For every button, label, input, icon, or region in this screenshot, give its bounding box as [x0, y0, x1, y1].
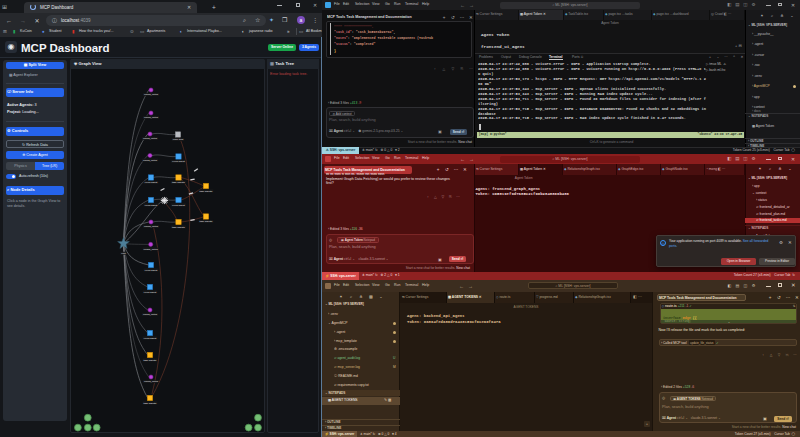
svg-text:config_notes: config_notes — [143, 313, 158, 316]
svg-text:config_notes: config_notes — [144, 380, 159, 383]
svg-text:MCP files: MCP files — [173, 138, 184, 141]
svg-text:config_notes: config_notes — [144, 93, 159, 96]
svg-text:config_notes: config_notes — [144, 225, 159, 228]
svg-text:config_notes: config_notes — [144, 116, 159, 119]
svg-text:root: root — [121, 252, 126, 255]
svg-text:f.end agent: f.end agent — [144, 337, 157, 340]
svg-text:config_notes: config_notes — [143, 137, 158, 140]
svg-text:f.end agent: f.end agent — [145, 269, 158, 272]
svg-text:task agent1: task agent1 — [172, 226, 186, 229]
svg-text:f.end agent: f.end agent — [145, 181, 158, 184]
svg-text:task agent1: task agent1 — [144, 359, 158, 362]
svg-text:config_notes: config_notes — [144, 248, 159, 251]
svg-text:f.end agent: f.end agent — [172, 204, 185, 207]
svg-text:task agent1: task agent1 — [200, 220, 214, 223]
svg-text:f.end agent: f.end agent — [144, 291, 157, 294]
svg-text:config_notes: config_notes — [143, 159, 158, 162]
svg-text:f.end agent: f.end agent — [145, 204, 158, 207]
svg-text:task agent1: task agent1 — [144, 402, 158, 405]
svg-text:task agent1: task agent1 — [200, 190, 214, 193]
svg-text:task agent1: task agent1 — [172, 181, 186, 184]
svg-text:f.end agent: f.end agent — [172, 160, 185, 163]
